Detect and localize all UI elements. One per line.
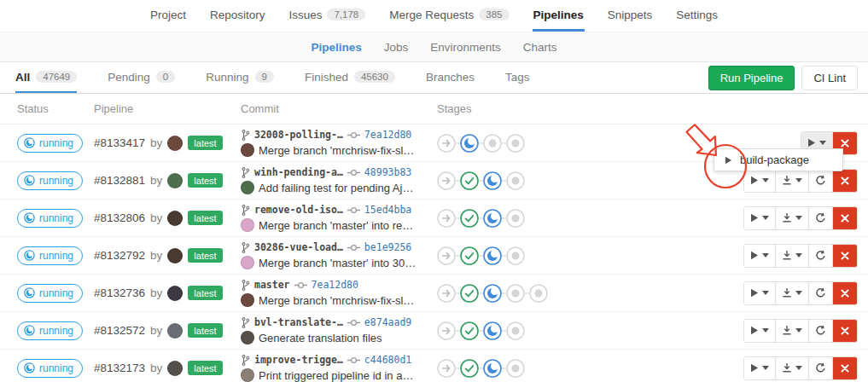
artifacts-dropdown-button[interactable] bbox=[775, 170, 808, 192]
avatar[interactable] bbox=[167, 248, 183, 263]
status-badge-running[interactable]: running bbox=[17, 209, 83, 228]
ci-lint-button[interactable]: CI Lint bbox=[801, 66, 858, 90]
commit-author-avatar[interactable] bbox=[241, 331, 254, 344]
cancel-pipeline-button[interactable] bbox=[832, 170, 857, 192]
stage-created-icon[interactable] bbox=[506, 246, 525, 265]
commit-sha-link[interactable]: 48993b83 bbox=[364, 166, 411, 178]
stage-passed-icon[interactable] bbox=[460, 359, 479, 378]
status-badge-running[interactable]: running bbox=[17, 359, 83, 378]
stage-created-icon[interactable] bbox=[506, 284, 525, 303]
pipeline-id-link[interactable]: #8132881 bbox=[94, 174, 145, 187]
run-pipeline-button[interactable]: Run Pipeline bbox=[708, 66, 795, 90]
avatar[interactable] bbox=[167, 286, 183, 301]
play-dropdown-button[interactable] bbox=[744, 245, 775, 267]
stage-passed-icon[interactable] bbox=[460, 246, 479, 265]
pipeline-id-link[interactable]: #8133417 bbox=[94, 136, 145, 149]
stage-running-icon[interactable] bbox=[483, 284, 502, 303]
artifacts-dropdown-button[interactable] bbox=[775, 282, 808, 304]
artifacts-dropdown-button[interactable] bbox=[775, 245, 808, 267]
stage-running-icon[interactable] bbox=[483, 359, 502, 378]
subnav-item-pipelines[interactable]: Pipelines bbox=[311, 41, 361, 54]
commit-author-avatar[interactable] bbox=[241, 256, 254, 269]
commit-message-link[interactable]: Merge branch 'mrchrisw-fix-sl… bbox=[259, 294, 414, 307]
stage-skipped-icon[interactable] bbox=[437, 134, 456, 153]
commit-sha-link[interactable]: 15ed4bba bbox=[364, 204, 411, 216]
retry-button[interactable] bbox=[808, 207, 832, 229]
stage-passed-icon[interactable] bbox=[460, 209, 479, 228]
play-dropdown-button[interactable] bbox=[744, 320, 775, 342]
commit-message-link[interactable]: Merge branch 'master' into re… bbox=[259, 219, 413, 232]
subnav-item-environments[interactable]: Environments bbox=[430, 41, 501, 54]
stage-running-icon[interactable] bbox=[483, 321, 502, 340]
commit-message-link[interactable]: Add failing test for pending Aj… bbox=[259, 182, 413, 194]
stage-passed-icon[interactable] bbox=[460, 284, 479, 303]
scope-tab-all[interactable]: All47649 bbox=[15, 62, 77, 93]
retry-button[interactable] bbox=[808, 170, 832, 192]
cancel-pipeline-button[interactable] bbox=[832, 282, 857, 304]
status-badge-running[interactable]: running bbox=[17, 134, 83, 153]
scope-tab-finished[interactable]: Finished45630 bbox=[305, 62, 395, 93]
stage-created-icon[interactable] bbox=[506, 209, 525, 228]
commit-message-link[interactable]: Generate translation files bbox=[259, 332, 382, 344]
scope-tab-tags[interactable]: Tags bbox=[505, 62, 530, 93]
stage-skipped-icon[interactable] bbox=[437, 359, 456, 378]
stage-running-icon[interactable] bbox=[483, 209, 502, 228]
commit-message-link[interactable]: Print triggered pipeline id in a… bbox=[259, 369, 413, 382]
subnav-item-jobs[interactable]: Jobs bbox=[384, 41, 409, 54]
commit-message-link[interactable]: Merge branch 'mrchrisw-fix-sl… bbox=[259, 144, 414, 157]
avatar[interactable] bbox=[167, 173, 183, 188]
commit-author-avatar[interactable] bbox=[241, 143, 254, 157]
branch-link[interactable]: master bbox=[254, 279, 290, 291]
stage-passed-icon[interactable] bbox=[460, 321, 479, 340]
stage-created-icon[interactable] bbox=[506, 359, 525, 378]
scope-tab-pending[interactable]: Pending0 bbox=[108, 62, 175, 93]
commit-author-avatar[interactable] bbox=[241, 181, 254, 194]
play-dropdown-button[interactable] bbox=[744, 282, 775, 304]
nav-item-snippets[interactable]: Snippets bbox=[607, 0, 654, 32]
branch-link[interactable]: improve-trigge… bbox=[254, 354, 343, 366]
stage-skipped-icon[interactable] bbox=[437, 284, 456, 303]
status-badge-running[interactable]: running bbox=[17, 171, 83, 190]
pipeline-id-link[interactable]: #8132792 bbox=[94, 249, 145, 262]
pipeline-id-link[interactable]: #8132572 bbox=[94, 324, 145, 337]
avatar[interactable] bbox=[167, 136, 183, 151]
subnav-item-charts[interactable]: Charts bbox=[523, 41, 557, 54]
branch-link[interactable]: winh-pending-a… bbox=[254, 166, 343, 178]
status-badge-running[interactable]: running bbox=[17, 246, 83, 265]
nav-item-pipelines[interactable]: Pipelines bbox=[533, 0, 585, 32]
stage-passed-icon[interactable] bbox=[460, 171, 479, 190]
retry-button[interactable] bbox=[808, 245, 832, 267]
commit-author-avatar[interactable] bbox=[241, 218, 254, 232]
stage-created-icon[interactable] bbox=[506, 321, 525, 340]
cancel-pipeline-button[interactable] bbox=[832, 245, 857, 267]
commit-sha-link[interactable]: 7ea12d80 bbox=[364, 129, 411, 141]
stage-created-icon[interactable] bbox=[483, 134, 502, 153]
status-badge-running[interactable]: running bbox=[17, 321, 83, 340]
artifacts-dropdown-button[interactable] bbox=[775, 320, 808, 342]
cancel-pipeline-button[interactable] bbox=[832, 207, 857, 229]
cancel-pipeline-button[interactable] bbox=[832, 357, 857, 379]
play-dropdown-button[interactable] bbox=[744, 207, 775, 229]
dropdown-item-build-package[interactable]: build-package bbox=[714, 151, 842, 169]
scope-tab-running[interactable]: Running9 bbox=[206, 62, 274, 93]
nav-item-merge-requests[interactable]: Merge Requests385 bbox=[388, 0, 510, 32]
nav-item-issues[interactable]: Issues7,178 bbox=[288, 0, 366, 32]
stage-running-icon[interactable] bbox=[483, 246, 502, 265]
cancel-pipeline-button[interactable] bbox=[832, 320, 857, 342]
branch-link[interactable]: bvl-translate-… bbox=[254, 316, 343, 328]
play-dropdown-button[interactable] bbox=[744, 170, 775, 192]
commit-sha-link[interactable]: c44680d1 bbox=[364, 354, 411, 366]
stage-created-icon[interactable] bbox=[506, 134, 525, 153]
nav-item-repository[interactable]: Repository bbox=[209, 0, 266, 32]
retry-button[interactable] bbox=[808, 282, 832, 304]
stage-created-icon[interactable] bbox=[529, 284, 548, 303]
commit-sha-link[interactable]: be1e9256 bbox=[364, 241, 411, 253]
stage-running-icon[interactable] bbox=[483, 171, 502, 190]
retry-button[interactable] bbox=[808, 357, 832, 379]
status-badge-running[interactable]: running bbox=[17, 284, 83, 303]
avatar[interactable] bbox=[167, 361, 183, 376]
pipeline-id-link[interactable]: #8132736 bbox=[94, 286, 145, 299]
branch-link[interactable]: 30286-vue-load… bbox=[254, 241, 343, 253]
avatar[interactable] bbox=[167, 211, 183, 226]
stage-skipped-icon[interactable] bbox=[437, 246, 456, 265]
